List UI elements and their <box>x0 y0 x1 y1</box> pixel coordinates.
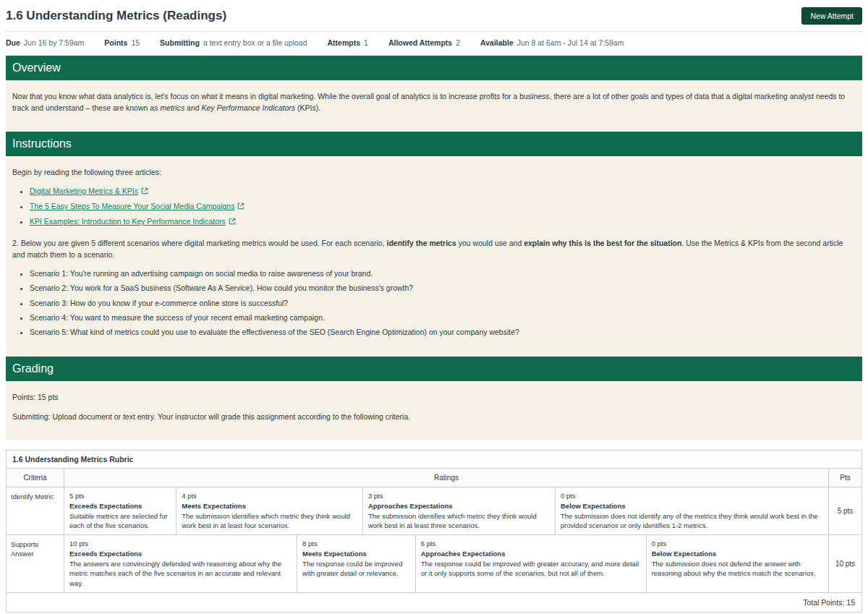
overview-kpi-term: Key Performance Indicators <box>202 103 296 112</box>
rating-pts: 3 pts <box>368 491 550 501</box>
meta-allowed-attempts-value: 2 <box>456 38 460 47</box>
meta-attempts-value: 1 <box>364 38 368 47</box>
rating-desc: The submission identifies which metric t… <box>368 511 550 532</box>
rating-cell: 8 pts Meets Expectations The response co… <box>297 535 416 592</box>
meta-points-value: 15 <box>131 38 140 47</box>
meta-attempts-label: Attempts <box>328 38 361 47</box>
rating-pts: 4 pts <box>182 491 357 501</box>
overview-text-3: (KPIs). <box>295 103 320 112</box>
rubric-header-pts: Pts <box>828 469 861 487</box>
rubric-header-criteria: Criteria <box>7 469 64 487</box>
rating-title: Approaches Expectations <box>368 501 550 511</box>
rating-desc: The response could be improved with grea… <box>421 559 641 579</box>
external-link-icon <box>237 201 244 213</box>
meta-points: Points15 <box>104 38 140 47</box>
meta-available: AvailableJun 8 at 6am - Jul 14 at 7:59am <box>480 38 624 47</box>
list-item: The 5 Easy Steps To Measure Your Social … <box>30 200 856 213</box>
meta-due-label: Due <box>6 38 20 47</box>
assignment-page: 1.6 Understanding Metrics (Readings) New… <box>0 0 868 613</box>
overview-paragraph: Now that you know what data analytics is… <box>12 90 856 114</box>
meta-allowed-attempts-label: Allowed Attempts <box>388 38 452 47</box>
rating-desc: The submission does not identify any of … <box>561 511 823 532</box>
scenario-2: Scenario 2: You work for a SaaS business… <box>30 282 856 294</box>
grading-body: Points: 15 pts Submitting: Upload docume… <box>6 381 862 440</box>
article-link-digital-marketing-metrics[interactable]: Digital Marketing Metrics & KPIs <box>30 187 148 195</box>
list-item: KPI Examples: Introduction to Key Perfor… <box>30 216 856 228</box>
grading-heading: Grading <box>6 357 862 381</box>
overview-body: Now that you know what data analytics is… <box>6 80 862 132</box>
rating-title: Exceeds Expectations <box>69 501 171 511</box>
rating-cell: 0 pts Below Expectations The submission … <box>647 535 828 592</box>
overview-metrics-term: metrics <box>160 103 184 112</box>
rating-pts: 0 pts <box>652 539 823 549</box>
rubric-title: 1.6 Understanding Metrics Rubric <box>7 451 861 469</box>
assignment-meta-row: DueJun 16 by 7:59am Points15 Submittinga… <box>6 32 862 56</box>
new-attempt-button[interactable]: New Attempt <box>801 7 862 25</box>
instructions-heading: Instructions <box>6 132 862 156</box>
rating-desc: The submission identifies which metric t… <box>182 511 357 532</box>
rating-title: Meets Expectations <box>182 501 357 511</box>
meta-points-label: Points <box>104 38 127 47</box>
scenario-1: Scenario 1: You're running an advertisin… <box>30 268 856 279</box>
rating-title: Exceeds Expectations <box>69 549 292 559</box>
rating-desc: The submission does not defend the answe… <box>652 559 823 579</box>
rating-desc: Suitable metrics are selected for each o… <box>69 511 171 532</box>
meta-allowed-attempts: Allowed Attempts2 <box>388 38 460 47</box>
grading-section: Grading Points: 15 pts Submitting: Uploa… <box>6 357 862 440</box>
rating-title: Approaches Expectations <box>421 549 641 559</box>
instructions-body: Begin by reading the following three art… <box>6 156 862 357</box>
article-link-label: The 5 Easy Steps To Measure Your Social … <box>30 202 234 210</box>
meta-submitting-value: a text entry box or a file upload <box>203 38 307 47</box>
scenario-5: Scenario 5: What kind of metrics could y… <box>30 326 856 338</box>
rating-pts: 0 pts <box>561 491 823 501</box>
instructions-task: 2. Below you are given 5 different scena… <box>12 237 856 261</box>
page-title: 1.6 Understanding Metrics (Readings) <box>6 9 226 23</box>
rating-pts: 5 pts <box>69 491 171 501</box>
rating-title: Below Expectations <box>652 549 823 559</box>
rating-cell: 6 pts Approaches Expectations The respon… <box>416 535 647 592</box>
article-link-kpi-examples[interactable]: KPI Examples: Introduction to Key Perfor… <box>30 217 236 226</box>
rating-title: Below Expectations <box>561 501 823 511</box>
rating-desc: The answers are convincingly defended wi… <box>69 559 292 589</box>
rubric-criterion: Supports Answer <box>7 535 64 592</box>
rubric-criterion: Identify Metric <box>7 487 64 534</box>
task-text-2: you would use and <box>456 239 524 247</box>
rubric-row-identify-metric: Identify Metric 5 pts Exceeds Expectatio… <box>7 487 861 535</box>
rubric-header-ratings: Ratings <box>64 469 828 487</box>
grading-points-line: Points: 15 pts <box>12 391 856 403</box>
meta-attempts: Attempts1 <box>328 38 368 47</box>
overview-text-1: Now that you know what data analytics is… <box>12 92 845 112</box>
meta-due-value: Jun 16 by 7:59am <box>24 38 84 47</box>
task-bold-explain: explain why this is the best for the sit… <box>524 239 681 247</box>
rubric-header-row: Criteria Ratings Pts <box>7 469 861 487</box>
rating-title: Meets Expectations <box>302 549 410 559</box>
rating-pts: 10 pts <box>69 539 292 549</box>
article-link-social-media-campaigns[interactable]: The 5 Easy Steps To Measure Your Social … <box>30 202 244 210</box>
meta-available-value: Jun 8 at 6am - Jul 14 at 7:59am <box>517 38 624 47</box>
scenario-list: Scenario 1: You're running an advertisin… <box>12 268 856 338</box>
rating-pts: 6 pts <box>421 539 641 549</box>
overview-heading: Overview <box>6 56 862 80</box>
scenario-4: Scenario 4: You want to measure the succ… <box>30 312 856 323</box>
rating-desc: The response could be improved with grea… <box>302 559 410 579</box>
rating-cell: 10 pts Exceeds Expectations The answers … <box>64 535 297 592</box>
rubric-row-pts: 5 pts <box>828 487 861 534</box>
external-link-icon <box>229 216 236 228</box>
article-link-label: Digital Marketing Metrics & KPIs <box>30 187 138 195</box>
article-link-label: KPI Examples: Introduction to Key Perfor… <box>30 217 226 226</box>
instructions-intro: Begin by reading the following three art… <box>12 166 856 178</box>
rubric-ratings: 5 pts Exceeds Expectations Suitable metr… <box>64 487 828 534</box>
title-row: 1.6 Understanding Metrics (Readings) New… <box>6 0 862 32</box>
task-text-1: 2. Below you are given 5 different scena… <box>12 239 387 247</box>
rating-cell: 5 pts Exceeds Expectations Suitable metr… <box>64 487 176 534</box>
list-item: Digital Marketing Metrics & KPIs <box>30 185 856 197</box>
task-bold-identify: identify the metrics <box>387 239 456 247</box>
rating-cell: 3 pts Approaches Expectations The submis… <box>363 487 556 534</box>
scenario-3: Scenario 3: How do you know if your e-co… <box>30 297 856 309</box>
rubric-row-pts: 10 pts <box>828 535 861 592</box>
article-links-list: Digital Marketing Metrics & KPIs The 5 E… <box>12 185 856 229</box>
external-link-icon <box>141 186 148 197</box>
grading-submitting-line: Submitting: Upload document or text entr… <box>12 411 856 422</box>
meta-available-label: Available <box>480 38 514 47</box>
meta-due: DueJun 16 by 7:59am <box>6 38 84 47</box>
